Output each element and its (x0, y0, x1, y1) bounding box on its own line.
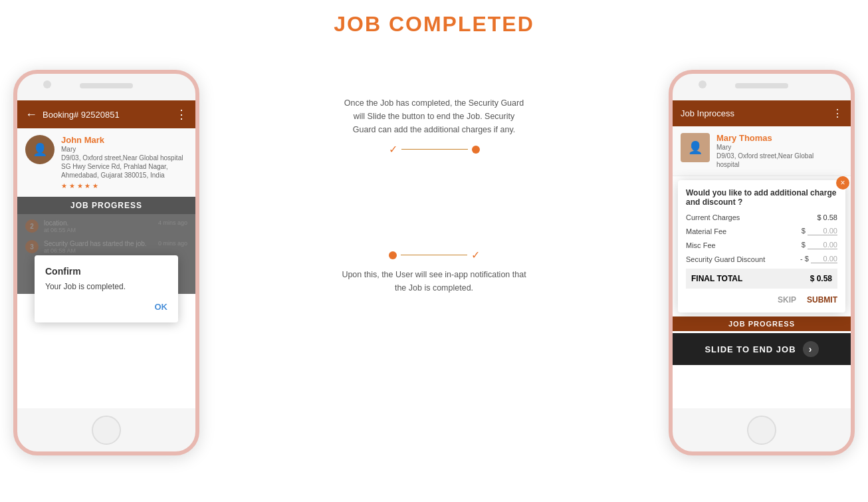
left-home-button[interactable] (92, 416, 121, 445)
charge-row-misc: Misc Fee $ (686, 241, 837, 249)
top-check-icon: ✓ (389, 143, 397, 156)
top-annotation: Once the Job has completed, the Security… (341, 96, 527, 156)
right-phone-screen: Job Inprocess ⋮ 👤 Mary Thomas Mary D9/03… (673, 100, 851, 408)
modal-title: Would you like to add additional charge … (686, 188, 837, 207)
charge-row-material: Material Fee $ (686, 227, 837, 235)
right-profile-name: Mary Thomas (716, 133, 814, 143)
skip-button[interactable]: SKIP (778, 295, 796, 305)
left-profile-sub1: Mary (61, 145, 183, 154)
charge-row-current: Current Charges $ 0.58 (686, 213, 837, 221)
final-total-label: FINAL TOTAL (691, 274, 742, 283)
right-app-title: Job Inprocess (681, 108, 827, 118)
right-avatar: 👤 (681, 133, 710, 162)
left-phone-screen: ← Booking# 92520851 ⋮ 👤 John Mark Mary D… (17, 100, 195, 408)
final-total-row: FINAL TOTAL $ 0.58 (686, 269, 837, 289)
confirm-message: Your Job is completed. (45, 282, 167, 291)
discount-input[interactable] (811, 255, 837, 263)
top-ann-row: ✓ (389, 143, 480, 156)
left-profile-info: John Mark Mary D9/03, Oxford street,Near… (61, 135, 183, 189)
left-profile-name: John Mark (61, 135, 183, 145)
left-job-progress-header: JOB PROGRESS (17, 197, 195, 214)
right-job-progress-header: JOB PROGRESS (673, 316, 851, 331)
misc-fee-input[interactable] (808, 241, 837, 249)
right-app-header: Job Inprocess ⋮ (673, 100, 851, 126)
charge-label-material: Material Fee (686, 227, 726, 235)
slide-arrow-icon: › (803, 341, 819, 357)
modal-actions: SKIP SUBMIT (686, 295, 837, 305)
charge-label-misc: Misc Fee (686, 241, 716, 249)
left-avatar: 👤 (25, 135, 54, 164)
close-modal-button[interactable]: × (836, 176, 849, 189)
ok-button[interactable]: OK (45, 302, 167, 312)
right-phone: Job Inprocess ⋮ 👤 Mary Thomas Mary D9/03… (669, 70, 855, 455)
confirm-title: Confirm (45, 266, 167, 277)
right-profile-info: Mary Thomas Mary D9/03, Oxford street,Ne… (716, 133, 814, 169)
charge-label-current: Current Charges (686, 213, 740, 221)
bottom-ann-row: ✓ (389, 249, 480, 261)
top-h-line (401, 149, 468, 150)
main-layout: ← Booking# 92520851 ⋮ 👤 John Mark Mary D… (0, 57, 868, 455)
confirm-dialog: Confirm Your Job is completed. OK (35, 255, 178, 322)
bottom-annotation-text: Upon this, the User will see in-app noti… (341, 268, 527, 295)
right-profile-section: 👤 Mary Thomas Mary D9/03, Oxford street,… (673, 126, 851, 176)
charge-row-discount: Security Guard Discount - $ (686, 255, 837, 263)
left-profile-sub2: D9/03, Oxford street,Near Global hospita… (61, 154, 183, 162)
slide-to-end-bar[interactable]: SLIDE TO END JOB › (673, 333, 851, 365)
bottom-h-line (401, 255, 467, 255)
confirm-dialog-wrapper: Confirm Your Job is completed. OK (24, 242, 189, 336)
left-app-header: ← Booking# 92520851 ⋮ (17, 100, 195, 128)
center-section: Once the Job has completed, the Security… (199, 57, 669, 308)
right-profile-sub1: Mary (716, 143, 814, 152)
submit-button[interactable]: SUBMIT (807, 295, 837, 305)
right-profile-sub3: hospital (716, 160, 814, 169)
bottom-annotation: ✓ Upon this, the User will see in-app no… (341, 249, 527, 295)
bottom-check-icon: ✓ (471, 249, 480, 261)
charge-modal: × Would you like to add additional charg… (678, 180, 845, 313)
material-fee-input[interactable] (808, 227, 837, 235)
bottom-dot (389, 251, 397, 259)
final-total-value: $ 0.58 (810, 274, 832, 283)
right-profile-sub2: D9/03, Oxford street,Near Global (716, 152, 814, 160)
right-home-button[interactable] (747, 416, 776, 445)
menu-dots-icon[interactable]: ⋮ (175, 107, 187, 122)
page-title: JOB COMPLETED (0, 0, 868, 57)
booking-title: Booking# 92520851 (43, 110, 170, 120)
top-annotation-text: Once the Job has completed, the Security… (341, 96, 527, 136)
left-phone: ← Booking# 92520851 ⋮ 👤 John Mark Mary D… (13, 70, 199, 455)
left-profile-section: 👤 John Mark Mary D9/03, Oxford street,Ne… (17, 128, 195, 197)
charge-value-current: $ 0.58 (817, 213, 837, 221)
slide-label: SLIDE TO END JOB (705, 344, 796, 354)
top-dot (472, 146, 480, 154)
left-profile-sub4: Ahmedabad, Gujarat 380015, India (61, 171, 183, 180)
left-stars: ★ ★ ★ ★ ★ (61, 182, 183, 189)
back-arrow-icon[interactable]: ← (25, 108, 37, 122)
charge-label-discount: Security Guard Discount (686, 255, 765, 263)
left-profile-sub3: SG Hwy Service Rd, Prahlad Nagar, (61, 162, 183, 171)
right-menu-dots-icon[interactable]: ⋮ (832, 107, 843, 120)
